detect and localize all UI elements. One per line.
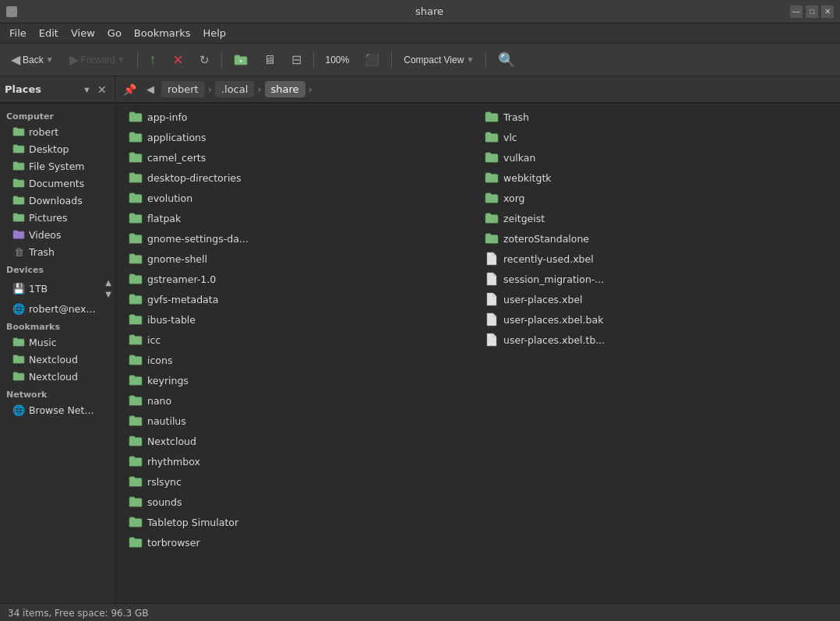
sidebar-label: Browse Net...	[29, 404, 94, 416]
trash-icon: 🗑	[12, 245, 25, 258]
file-item-flatpak[interactable]: flatpak	[122, 208, 478, 228]
folder-icon	[128, 170, 143, 185]
breadcrumb-robert[interactable]: robert	[161, 81, 205, 97]
minimize-button[interactable]: —	[790, 5, 803, 18]
toolbar-separator-5	[485, 51, 486, 69]
back-button[interactable]: ◀ Back ▼	[5, 48, 60, 72]
search-button[interactable]: 🔍	[492, 48, 521, 72]
file-item-icc[interactable]: icc	[122, 330, 478, 350]
file-item-evolution[interactable]: evolution	[122, 188, 478, 208]
sidebar-label: Nextcloud	[29, 371, 78, 383]
file-item-torbrowser[interactable]: torbrowser	[122, 532, 478, 552]
scroll-up-button[interactable]: ▲	[104, 277, 113, 288]
file-item-rslsync[interactable]: rslsync	[122, 471, 478, 492]
file-name: nano	[147, 395, 171, 407]
file-item-rhythmbox[interactable]: rhythmbox	[122, 451, 478, 471]
zoom-button[interactable]: 100%	[319, 48, 356, 72]
file-item-user-places-xbel-bak[interactable]: user-places.xbel.bak	[478, 309, 834, 330]
breadcrumb-share[interactable]: share	[265, 81, 305, 97]
menu-view[interactable]: View	[65, 26, 101, 41]
file-item-nano[interactable]: nano	[122, 390, 478, 411]
menu-edit[interactable]: Edit	[33, 26, 65, 41]
file-doc-icon	[484, 312, 499, 327]
file-item-camel-certs[interactable]: camel_certs	[122, 147, 478, 168]
breadcrumb-nav-back[interactable]: ◀	[143, 82, 158, 97]
menu-go[interactable]: Go	[101, 26, 128, 41]
file-item-applications[interactable]: applications	[122, 127, 478, 147]
sidebar-label: robert	[29, 126, 58, 138]
file-item-icons[interactable]: icons	[122, 350, 478, 370]
menu-bookmarks[interactable]: Bookmarks	[128, 26, 197, 41]
menu-file[interactable]: File	[3, 26, 33, 41]
menu-help[interactable]: Help	[196, 26, 232, 41]
file-item-vulkan[interactable]: vulkan	[478, 147, 834, 168]
new-folder-button[interactable]: +	[228, 48, 254, 72]
sidebar-item-nextcloud-1[interactable]: Nextcloud	[0, 351, 115, 368]
file-item-trash-right[interactable]: Trash	[478, 107, 834, 127]
file-name: app-info	[147, 111, 187, 123]
file-item-app-info[interactable]: app-info	[122, 107, 478, 127]
home-button[interactable]: ⊟	[285, 48, 308, 72]
folder-icon	[128, 312, 143, 327]
breadcrumb-local[interactable]: .local	[215, 81, 254, 97]
folder-icon	[128, 535, 143, 550]
places-close-button[interactable]: ✕	[94, 82, 110, 97]
sidebar-item-desktop[interactable]: Desktop	[0, 140, 115, 157]
file-item-user-places-xbel-tb[interactable]: user-places.xbel.tb...	[478, 330, 834, 350]
sidebar-item-downloads[interactable]: Downloads	[0, 192, 115, 209]
sidebar-item-trash[interactable]: 🗑 Trash	[0, 243, 115, 260]
places-dropdown-button[interactable]: ▼	[79, 83, 94, 96]
file-name: user-places.xbel.bak	[503, 314, 603, 326]
sidebar-item-nextcloud-2[interactable]: Nextcloud	[0, 368, 115, 385]
sidebar-item-1tb[interactable]: 💾 1TB	[0, 280, 102, 297]
file-item-webkitgtk[interactable]: webkitgtk	[478, 168, 834, 188]
sidebar-item-documents[interactable]: Documents	[0, 175, 115, 192]
file-item-nextcloud[interactable]: Nextcloud	[122, 431, 478, 451]
up-button[interactable]: ↑	[143, 48, 163, 72]
sidebar-item-robert[interactable]: robert	[0, 123, 115, 140]
sidebar-item-filesystem[interactable]: File System	[0, 157, 115, 175]
sidebar-item-browse-network[interactable]: 🌐 Browse Net...	[0, 401, 115, 418]
window-controls: — □ ✕	[790, 5, 834, 18]
sidebar-item-music[interactable]: Music	[0, 333, 115, 351]
sidebar-item-pictures[interactable]: Pictures	[0, 209, 115, 226]
file-item-tabletop-simulator[interactable]: Tabletop Simulator	[122, 512, 478, 532]
file-item-gstreamer[interactable]: gstreamer-1.0	[122, 269, 478, 289]
file-item-recently-used[interactable]: recently-used.xbel	[478, 249, 834, 269]
file-item-zeitgeist[interactable]: zeitgeist	[478, 208, 834, 228]
file-item-sounds[interactable]: sounds	[122, 492, 478, 512]
back-label: Back	[23, 55, 44, 65]
sidebar-label: Downloads	[29, 195, 83, 206]
file-item-gvfs-metadata[interactable]: gvfs-metadata	[122, 289, 478, 309]
terminal-icon: ⬛	[365, 53, 379, 67]
file-name: user-places.xbel	[503, 294, 583, 305]
compact-view-button[interactable]: Compact View ▼	[397, 48, 480, 72]
file-item-zoterostandalone[interactable]: zoteroStandalone	[478, 228, 834, 249]
close-button[interactable]: ✕	[821, 5, 834, 18]
sidebar-item-robert-nex[interactable]: 🌐 robert@nex...	[0, 300, 115, 317]
stop-button[interactable]: ✕	[166, 48, 190, 72]
file-item-vlc[interactable]: vlc	[478, 127, 834, 147]
terminal-button[interactable]: ⬛	[358, 48, 386, 72]
file-item-user-places-xbel[interactable]: user-places.xbel	[478, 289, 834, 309]
forward-button[interactable]: ▶ Forward ▼	[63, 48, 132, 72]
maximize-button[interactable]: □	[806, 5, 818, 18]
file-item-ibus-table[interactable]: ibus-table	[122, 309, 478, 330]
computer-button[interactable]: 🖥	[257, 48, 282, 72]
scroll-buttons: ▲ ▼	[102, 277, 115, 300]
folder-icon	[484, 109, 499, 125]
file-item-gnome-shell[interactable]: gnome-shell	[122, 249, 478, 269]
file-item-nautilus[interactable]: nautilus	[122, 411, 478, 431]
pin-button[interactable]: 📌	[120, 82, 139, 97]
file-item-xorg[interactable]: xorg	[478, 188, 834, 208]
sidebar-label: File System	[29, 161, 85, 172]
file-item-gnome-settings-da[interactable]: gnome-settings-da...	[122, 228, 478, 249]
scroll-down-button[interactable]: ▼	[104, 288, 113, 300]
sidebar-item-videos[interactable]: Videos	[0, 226, 115, 243]
file-item-desktop-directories[interactable]: desktop-directories	[122, 168, 478, 188]
file-item-session-migration[interactable]: session_migration-...	[478, 269, 834, 289]
window-title: share	[69, 5, 790, 17]
reload-icon: ↻	[199, 53, 210, 67]
file-item-keyrings[interactable]: keyrings	[122, 370, 478, 390]
reload-button[interactable]: ↻	[193, 48, 216, 72]
